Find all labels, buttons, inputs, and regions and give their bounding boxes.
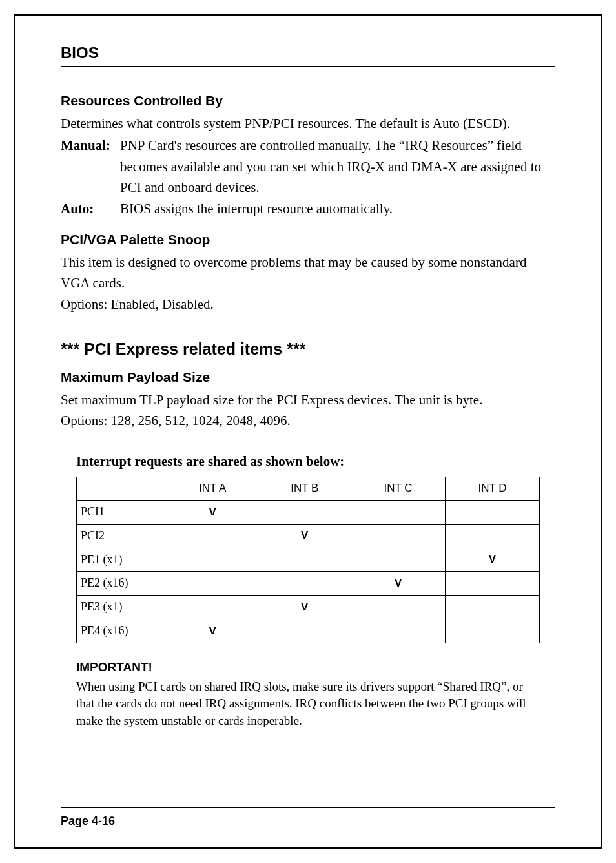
desc-auto: BIOS assigns the interrupt resource auto… <box>120 198 555 220</box>
cell <box>446 524 540 548</box>
section-max-payload-size: Maximum Payload Size Set maximum TLP pay… <box>61 367 555 432</box>
text-pvs-body1: This item is designed to overcome proble… <box>61 252 555 294</box>
section-pci-vga-palette-snoop: PCI/VGA Palette Snoop This item is desig… <box>61 229 555 315</box>
page: BIOS Resources Controlled By Determines … <box>15 16 601 847</box>
cell <box>446 596 540 619</box>
row-pe4: PE4 (x16) <box>77 619 167 643</box>
text-mps-body2: Options: 128, 256, 512, 1024, 2048, 4096… <box>61 410 555 432</box>
cell <box>446 572 540 596</box>
heading-resources-controlled-by: Resources Controlled By <box>61 90 555 112</box>
table-row: PE1 (x1) V <box>77 548 540 572</box>
page-border: BIOS Resources Controlled By Determines … <box>14 14 602 849</box>
cell <box>351 548 446 572</box>
text-pvs-body2: Options: Enabled, Disabled. <box>61 294 555 315</box>
table-caption-irq: Interrupt requests are shared as shown b… <box>76 451 555 472</box>
page-header: BIOS <box>61 44 555 67</box>
row-pe2: PE2 (x16) <box>77 572 167 596</box>
cell <box>351 524 446 548</box>
cell: V <box>258 524 351 548</box>
term-auto: Auto: <box>61 198 120 220</box>
cell <box>167 596 258 619</box>
cell: V <box>167 619 258 643</box>
term-auto-label: Auto <box>61 201 89 216</box>
table-header-row: INT A INT B INT C INT D <box>77 477 540 500</box>
cell <box>351 596 446 619</box>
cell <box>167 548 258 572</box>
col-int-c: INT C <box>351 477 446 500</box>
desc-manual: PNP Card's resources are controlled manu… <box>120 135 555 198</box>
page-number: Page 4-16 <box>61 815 115 827</box>
cell <box>167 524 258 548</box>
irq-table: INT A INT B INT C INT D PCI1 V <box>76 477 540 643</box>
definition-list: Manual: PNP Card's resources are control… <box>61 135 555 219</box>
cell <box>351 500 446 524</box>
page-footer: Page 4-16 <box>61 807 555 828</box>
heading-pci-express-items: *** PCI Express related items *** <box>61 337 555 362</box>
text-rcb-intro: Determines what controls system PNP/PCI … <box>61 113 555 134</box>
content: Resources Controlled By Determines what … <box>61 85 555 807</box>
section-resources-controlled-by: Resources Controlled By Determines what … <box>61 90 555 219</box>
definition-row-auto: Auto: BIOS assigns the interrupt resourc… <box>61 198 555 220</box>
cell <box>446 500 540 524</box>
row-pci1: PCI1 <box>77 500 167 524</box>
note-important-body: When using PCI cards on shared IRQ slots… <box>76 678 540 730</box>
table-row: PE2 (x16) V <box>77 572 540 596</box>
table-row: PCI2 V <box>77 524 540 548</box>
text-mps-body1: Set maximum TLP payload size for the PCI… <box>61 390 555 411</box>
cell <box>258 548 351 572</box>
cell: V <box>258 596 351 619</box>
row-pe3: PE3 (x1) <box>77 596 167 619</box>
cell <box>446 619 540 643</box>
cell: V <box>167 500 258 524</box>
row-pci2: PCI2 <box>77 524 167 548</box>
cell <box>167 572 258 596</box>
cell <box>258 500 351 524</box>
table-row: PCI1 V <box>77 500 540 524</box>
cell <box>258 619 351 643</box>
row-pe1: PE1 (x1) <box>77 548 167 572</box>
cell: V <box>351 572 446 596</box>
cell <box>258 572 351 596</box>
heading-max-payload: Maximum Payload Size <box>61 367 555 388</box>
table-corner-cell <box>77 477 167 500</box>
col-int-d: INT D <box>446 477 540 500</box>
cell: V <box>446 548 540 572</box>
heading-pci-vga: PCI/VGA Palette Snoop <box>61 229 555 251</box>
term-manual-label: Manual <box>61 138 106 153</box>
col-int-b: INT B <box>258 477 351 500</box>
definition-row-manual: Manual: PNP Card's resources are control… <box>61 135 555 198</box>
cell <box>351 619 446 643</box>
table-row: PE4 (x16) V <box>77 619 540 643</box>
table-row: PE3 (x1) V <box>77 596 540 619</box>
term-manual: Manual: <box>61 135 120 156</box>
col-int-a: INT A <box>167 477 258 500</box>
note-important-heading: IMPORTANT! <box>76 658 555 676</box>
irq-table-wrap: INT A INT B INT C INT D PCI1 V <box>61 477 555 643</box>
